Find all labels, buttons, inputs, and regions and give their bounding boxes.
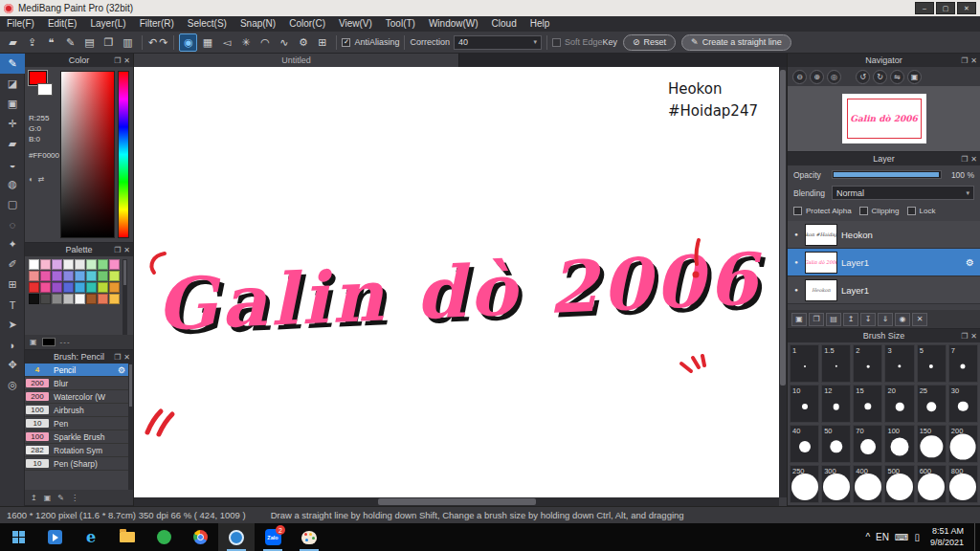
palette-swatch[interactable] (75, 294, 85, 304)
layer-down-icon[interactable]: ↧ (860, 313, 876, 326)
palette-swatch[interactable] (63, 259, 74, 270)
edit-brush-icon[interactable]: ✎ (57, 494, 64, 502)
close-icon[interactable]: ✕ (123, 56, 130, 65)
protect-alpha-checkbox[interactable]: Protect Alpha (793, 207, 852, 215)
visibility-dot[interactable]: ● (791, 231, 801, 237)
edit-icon[interactable]: ✎ (61, 33, 79, 52)
dot-tool[interactable]: ▣ (0, 94, 25, 114)
flip-icon[interactable]: ⇋ (890, 70, 904, 84)
palette-swatch[interactable] (29, 271, 39, 281)
palette-swatch[interactable] (75, 282, 85, 293)
close-button[interactable]: ✕ (957, 2, 976, 14)
palette-swatch[interactable] (98, 259, 108, 270)
operation-tool[interactable]: ➤ (0, 315, 25, 335)
soft-edge-checkbox[interactable]: Soft Edge (552, 37, 603, 47)
palette-swatch[interactable] (52, 282, 62, 293)
popout-icon[interactable]: ❐ (961, 56, 968, 65)
menu-item[interactable]: Select(S) (181, 16, 234, 32)
palette-swatch[interactable] (52, 294, 62, 304)
add-swatch-icon[interactable]: ▣ (30, 338, 37, 346)
scroll-up-icon[interactable]: ↥ (31, 494, 37, 502)
clock[interactable]: 8:51 AM 9/8/2021 (925, 526, 969, 548)
palette-swatch[interactable] (52, 259, 62, 270)
brush-item[interactable]: 4 Pencil ⚙ (25, 364, 128, 377)
popout-icon[interactable]: ❐ (961, 155, 968, 164)
palette-swatch[interactable] (52, 271, 62, 281)
palette-swatch[interactable] (29, 259, 39, 270)
brush-size-cell[interactable]: 300 (821, 465, 851, 503)
palette-scrollbar[interactable] (122, 259, 127, 335)
background-color-swatch[interactable] (37, 83, 53, 96)
brush-size-cell[interactable]: 800 (948, 465, 978, 503)
menu-item[interactable]: Color(C) (282, 16, 332, 32)
select-pen-tool[interactable]: ✐ (0, 254, 25, 275)
zoom-in-icon[interactable]: ⊕ (810, 70, 824, 84)
palette-swatch[interactable] (63, 271, 74, 281)
menu-item[interactable]: Snap(N) (234, 16, 282, 32)
close-icon[interactable]: ✕ (123, 353, 130, 362)
popout-icon[interactable]: ❐ (114, 56, 121, 65)
layer-settings-icon[interactable]: ⚙ (966, 257, 976, 268)
palette-swatch[interactable] (98, 271, 108, 281)
layer-row[interactable]: ● Galin dò 2006 Layer1 ⚙ (788, 249, 980, 276)
move-tool[interactable]: ✛ (0, 114, 25, 134)
active-brush-icon[interactable]: ◉ (179, 33, 197, 52)
brush-size-cell[interactable]: 3 (884, 344, 914, 383)
palette-swatch[interactable] (98, 294, 108, 304)
panel-layout-icon[interactable]: ▥ (119, 33, 137, 52)
brush-item[interactable]: 200 Watercolor (W ⚙ (25, 390, 128, 404)
brush-item[interactable]: 10 Pen (Sharp) ⚙ (25, 457, 128, 471)
zoom-tool[interactable]: ◎ (0, 375, 25, 395)
gradient-tool[interactable]: ◍ (0, 174, 25, 194)
app-icon-green[interactable] (145, 523, 182, 551)
new-folder-icon[interactable]: ▤ (826, 313, 841, 326)
add-brush-icon[interactable]: ▣ (44, 494, 52, 502)
brush-size-cell[interactable]: 1 (790, 344, 819, 383)
menu-item[interactable]: Cloud (485, 16, 523, 32)
brush-size-cell[interactable]: 50 (821, 425, 851, 463)
palette-swatch[interactable] (86, 294, 97, 304)
menu-item[interactable]: Edit(E) (41, 16, 84, 32)
menu-item[interactable]: View(V) (332, 16, 379, 32)
visibility-dot[interactable]: ● (791, 259, 801, 265)
menu-item[interactable]: File(F) (0, 16, 41, 32)
menu-item[interactable]: Window(W) (422, 16, 485, 32)
brush-size-cell[interactable]: 250 (790, 465, 819, 503)
snap-settings-icon[interactable]: ⚙ (294, 33, 312, 52)
palette-swatch[interactable] (40, 271, 51, 281)
brush-size-cell[interactable]: 200 (948, 425, 978, 463)
grid-icon[interactable]: ⊞ (313, 33, 331, 52)
brush-size-cell[interactable]: 15 (853, 385, 882, 423)
menu-item[interactable]: Tool(T) (379, 16, 422, 32)
brush-size-cell[interactable]: 20 (884, 385, 914, 423)
battery-icon[interactable]: ▯ (914, 532, 920, 542)
brush-item[interactable]: 100 Airbrush ⚙ (25, 404, 128, 417)
new-layer-icon[interactable]: ▣ (791, 313, 807, 326)
palette-swatch[interactable] (109, 259, 120, 270)
brush-item[interactable]: 282 Rotation Sym ⚙ (25, 444, 128, 457)
color-swatches[interactable] (29, 71, 56, 99)
brush-size-cell[interactable]: 600 (917, 465, 947, 503)
menu-item[interactable]: Help (523, 16, 557, 32)
file-explorer-icon[interactable] (109, 523, 145, 551)
comment-icon[interactable]: ❝ (42, 33, 60, 52)
keyboard-icon[interactable]: ⌨ (895, 532, 908, 542)
palette-swatch[interactable] (63, 294, 74, 304)
layer-up-icon[interactable]: ↥ (843, 313, 858, 326)
snap-parallel-icon[interactable]: ◅ (217, 33, 235, 52)
palette-swatch[interactable] (29, 294, 39, 304)
show-desktop-button[interactable] (974, 523, 978, 551)
reset-view-icon[interactable]: ▣ (907, 70, 922, 84)
opacity-slider[interactable] (832, 170, 942, 179)
palette-swatch[interactable] (40, 294, 51, 304)
lasso-tool[interactable]: ◌ (0, 214, 25, 234)
lock-checkbox[interactable]: Lock (907, 207, 936, 215)
chrome-icon[interactable] (182, 523, 218, 551)
blending-select[interactable]: Normal ▾ (832, 186, 974, 200)
divide-tool[interactable]: ⊞ (0, 275, 25, 295)
material-icon[interactable]: ▤ (80, 33, 99, 52)
zoom-fit-icon[interactable]: ◎ (827, 70, 841, 84)
eraser-tool[interactable]: ◪ (0, 74, 25, 94)
popout-icon[interactable]: ❐ (961, 332, 968, 341)
palette-swatch[interactable] (75, 259, 85, 270)
